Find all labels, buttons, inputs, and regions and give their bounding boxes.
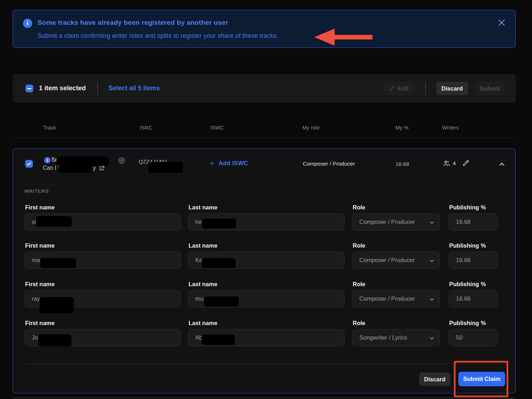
redaction-box <box>40 258 76 268</box>
banner-subtitle: Submit a claim confirming writer roles a… <box>37 32 278 40</box>
people-icon <box>443 160 451 167</box>
role-label: Role <box>352 281 440 288</box>
publishing-value: 50 <box>456 334 462 341</box>
divider <box>24 184 505 184</box>
publishing-label: Publishing % <box>449 242 498 249</box>
check-icon <box>26 161 32 167</box>
redaction-box <box>59 164 92 173</box>
first-name-value: Jo <box>32 334 38 341</box>
toolbar-divider <box>97 82 98 95</box>
pencil-icon <box>389 86 395 92</box>
banner-title: Some tracks have already been registered… <box>37 19 228 27</box>
publishing-input[interactable]: 16.66 <box>449 290 498 307</box>
plus-icon: + <box>210 160 214 167</box>
role-select[interactable]: Composer / Producer <box>352 290 440 307</box>
writers-count-value: 4 <box>453 160 456 167</box>
writer-row: First name sh Last name he Role Composer… <box>24 204 505 231</box>
edit-writers-pencil-icon[interactable] <box>462 159 470 167</box>
last-name-value: he <box>195 219 202 225</box>
publishing-label: Publishing % <box>449 281 498 288</box>
discard-button[interactable]: Discard <box>436 82 468 95</box>
last-name-label: Last name <box>188 281 345 288</box>
publishing-input[interactable]: 16.66 <box>449 251 498 269</box>
first-name-label: First name <box>24 204 181 211</box>
info-banner: i Some tracks have already been register… <box>13 10 516 48</box>
select-all-link[interactable]: Select all 5 items <box>109 85 160 92</box>
first-name-label: First name <box>24 242 181 249</box>
chevron-down-icon <box>429 335 435 341</box>
last-name-label: Last name <box>188 242 345 249</box>
column-header-isrc: ISRC <box>140 125 152 131</box>
selection-toolbar: 1 item selected Select all 5 items Edit … <box>13 74 516 103</box>
publishing-input[interactable]: 16.68 <box>449 213 498 231</box>
role-label: Role <box>352 242 440 249</box>
first-name-label: First name <box>24 320 181 327</box>
role-value: Songwriter / Lyrics <box>359 334 407 341</box>
publishing-input[interactable]: 50 <box>449 329 498 346</box>
role-value: Composer / Producer <box>359 219 415 225</box>
writer-row: First name ray Last name mu Role Compose… <box>24 281 505 308</box>
indeterminate-icon <box>27 88 31 89</box>
edit-button-label: Edit <box>398 85 409 92</box>
first-name-value: ma <box>32 257 40 264</box>
writer-row: First name ma Last name Ke Role Composer… <box>24 242 505 269</box>
chevron-down-icon <box>429 258 435 264</box>
column-header-my-role: My role <box>302 125 320 131</box>
red-rectangle-annotation <box>454 361 508 397</box>
collapse-chevron-up-icon[interactable] <box>498 161 505 168</box>
publishing-label: Publishing % <box>449 320 498 327</box>
writers-count: 4 <box>443 160 456 167</box>
page: i Some tracks have already been register… <box>0 0 532 399</box>
discard-claim-button[interactable]: Discard <box>419 372 450 386</box>
column-header-my-pct: My % <box>395 125 409 131</box>
column-header-iswc: ISWC <box>210 125 224 131</box>
redaction-box <box>38 334 71 346</box>
info-icon: i <box>23 19 32 28</box>
disc-icon <box>118 157 126 164</box>
redaction-box <box>148 162 183 173</box>
writers-section-label: WRITERS <box>24 189 49 194</box>
chevron-down-icon <box>429 296 435 302</box>
redaction-box <box>202 335 235 345</box>
divider <box>24 364 505 364</box>
discard-button-label: Discard <box>441 85 463 92</box>
header-divider <box>13 138 516 138</box>
submit-button[interactable]: Submit <box>475 82 505 95</box>
submit-button-label: Submit <box>480 85 500 92</box>
track-row-card: i Sna Can I V y QZZ4J2401 + Add ISWC Com… <box>13 149 516 393</box>
redaction-box <box>202 258 236 268</box>
first-name-label: First name <box>24 281 181 288</box>
publishing-value: 16.68 <box>456 219 470 225</box>
next-track-row[interactable] <box>13 397 516 399</box>
close-icon[interactable] <box>497 18 506 27</box>
role-select[interactable]: Composer / Producer <box>352 251 440 269</box>
redaction-box <box>36 216 72 227</box>
role-select[interactable]: Songwriter / Lyrics <box>352 329 440 346</box>
my-role-value: Composer / Producer <box>303 161 355 167</box>
external-link-icon[interactable] <box>99 165 105 171</box>
column-header-writers: Writers <box>442 125 459 131</box>
redaction-box <box>204 296 239 307</box>
first-name-value: ray <box>32 295 40 302</box>
track-info-icon: i <box>44 157 51 163</box>
publishing-value: 16.66 <box>456 257 470 264</box>
role-label: Role <box>352 320 440 327</box>
add-iswc-button[interactable]: + Add ISWC <box>210 160 248 167</box>
role-label: Role <box>352 204 440 211</box>
redaction-box <box>202 219 236 229</box>
role-select[interactable]: Composer / Producer <box>352 213 440 231</box>
selected-count: 1 item selected <box>39 84 86 92</box>
publishing-value: 16.66 <box>456 295 470 302</box>
last-name-value: mu <box>195 295 203 302</box>
role-value: Composer / Producer <box>359 295 415 302</box>
column-header-track: Track <box>43 125 56 131</box>
role-value: Composer / Producer <box>359 257 415 264</box>
last-name-label: Last name <box>188 204 345 211</box>
chevron-down-icon <box>429 220 435 225</box>
add-iswc-label: Add ISWC <box>219 160 248 167</box>
select-all-checkbox[interactable] <box>25 85 33 92</box>
edit-button[interactable]: Edit <box>383 82 415 95</box>
discard-claim-label: Discard <box>424 376 446 383</box>
last-name-label: Last name <box>188 320 345 327</box>
row-checkbox[interactable] <box>25 160 33 168</box>
